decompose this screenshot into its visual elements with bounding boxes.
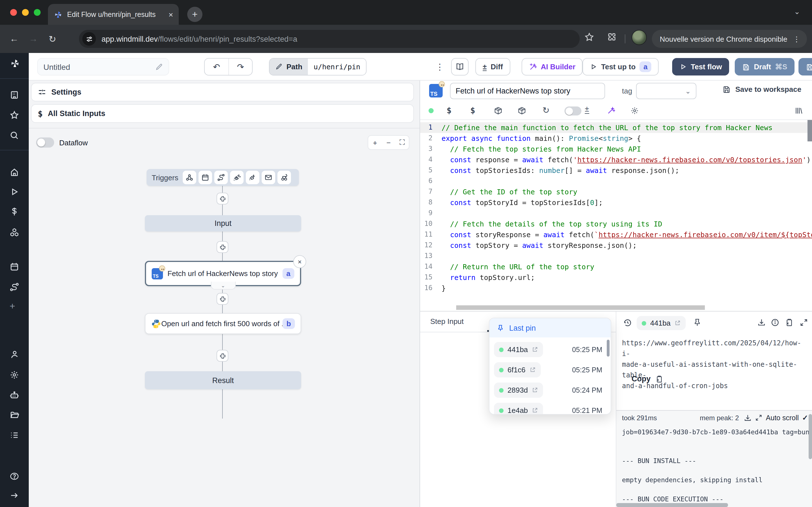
logs-horizontal-scrollbar[interactable]	[616, 503, 728, 507]
download-icon[interactable]	[744, 414, 752, 421]
code-line[interactable]: 13	[420, 251, 812, 262]
code-line[interactable]: 15 return topStory.url;	[420, 272, 812, 283]
input-node[interactable]: Input	[145, 215, 301, 231]
email-trigger-icon[interactable]	[262, 171, 275, 184]
code-line[interactable]: 6	[420, 176, 812, 186]
code-line[interactable]: 1// Define the main function to fetch th…	[420, 122, 812, 133]
route-trigger-icon[interactable]	[214, 171, 228, 184]
code-line[interactable]: 4 const response = await fetch('https://…	[420, 154, 812, 165]
zoom-out-button[interactable]: −	[382, 136, 395, 149]
ai-wand-icon[interactable]	[607, 107, 615, 115]
draft-button[interactable]: Draft ⌘S	[735, 58, 795, 75]
maximize-window-button[interactable]	[34, 9, 41, 16]
tab-step-input[interactable]: Step Input	[430, 317, 464, 326]
insert-step-button[interactable]	[216, 193, 229, 205]
favorites-star-icon[interactable]	[10, 110, 19, 120]
editor-settings-gear-icon[interactable]	[630, 107, 639, 115]
browser-tab[interactable]: Edit Flow u/henri/pin_results ×	[48, 4, 179, 25]
code-vertical-scrollbar[interactable]	[808, 120, 812, 142]
save-to-workspace-button[interactable]: Save to workspace	[722, 85, 801, 94]
remove-step-icon[interactable]: ×	[293, 255, 306, 268]
code-line[interactable]: 10 // Fetch the details of the top story…	[420, 219, 812, 229]
step-a-node[interactable]: TS Fetch url of HackerNews top story a ×…	[145, 261, 301, 286]
windmill-logo[interactable]	[10, 58, 20, 69]
workers-robot-icon[interactable]	[10, 390, 19, 400]
all-static-inputs-row[interactable]: $ All Static Inputs	[31, 104, 414, 123]
code-line[interactable]: 5 const topStoriesIds: number[] = await …	[420, 165, 812, 176]
external-link-icon[interactable]	[532, 407, 538, 413]
new-tab-button[interactable]: +	[187, 7, 202, 22]
expand-icon[interactable]	[800, 318, 808, 327]
code-line[interactable]: 2export async function main(): Promise<s…	[420, 133, 812, 144]
triggers-bar[interactable]: Triggers	[147, 169, 299, 186]
result-node[interactable]: Result	[145, 371, 301, 389]
edit-pencil-icon[interactable]	[155, 63, 163, 71]
pin-history-item[interactable]: 441ba05:25 PM	[494, 341, 606, 358]
fit-view-button[interactable]: ⛶	[395, 136, 409, 149]
variables-dollar-icon[interactable]	[10, 207, 19, 216]
ai-builder-button[interactable]: AI Builder	[522, 58, 583, 75]
external-link-icon[interactable]	[529, 367, 536, 373]
flow-name-field[interactable]: Untitled	[37, 58, 169, 75]
redo-button[interactable]: ↷	[229, 59, 252, 75]
clipboard-icon[interactable]	[785, 318, 794, 327]
folders-folder-icon[interactable]	[10, 410, 19, 420]
library-icon[interactable]	[795, 107, 803, 115]
step-b-node[interactable]: Open url and fetch first 500 words of ..…	[145, 313, 301, 334]
code-line[interactable]: 12 const topStory = await storyResponse.…	[420, 240, 812, 251]
test-flow-button[interactable]: Test flow	[672, 58, 729, 75]
runs-play-icon[interactable]	[10, 187, 19, 196]
logs-vertical-scrollbar[interactable]	[809, 414, 812, 459]
bookmark-star-icon[interactable]	[584, 32, 594, 42]
resources-dollar-icon[interactable]: $	[470, 106, 475, 115]
schedule-trigger-icon[interactable]	[199, 171, 212, 184]
mqtt-plug-trigger-icon[interactable]	[230, 171, 244, 184]
extensions-puzzle-icon[interactable]	[607, 32, 617, 42]
pin-icon[interactable]	[693, 318, 702, 327]
external-link-icon[interactable]	[532, 387, 538, 393]
dataflow-toggle[interactable]	[36, 137, 54, 148]
undo-button[interactable]: ↶	[205, 59, 229, 75]
url-bar[interactable]: app.windmill.dev/flows/edit/u/henri/pin_…	[79, 30, 580, 48]
users-person-icon[interactable]	[10, 350, 19, 359]
audit-logs-list-icon[interactable]	[10, 431, 19, 440]
code-line[interactable]: 11 const storyResponse = await fetch(`ht…	[420, 229, 812, 240]
test-up-to-button[interactable]: Test up to a	[582, 58, 659, 75]
run-badge[interactable]: 441ba	[637, 316, 686, 330]
home-icon[interactable]	[10, 167, 19, 177]
refresh-icon[interactable]: ↻	[543, 105, 550, 115]
code-horizontal-scrollbar[interactable]	[456, 305, 705, 310]
expand-step-chevron[interactable]: ⌄	[211, 282, 236, 290]
expand-sidebar-arrow-icon[interactable]	[10, 491, 19, 500]
diff-plus-minus-icon[interactable]: ±	[585, 105, 589, 114]
flow-canvas[interactable]: Dataflow + − ⛶ Triggers	[29, 128, 419, 507]
add-plus-icon[interactable]: +	[10, 301, 15, 312]
tab-search-chevron-icon[interactable]: ⌄	[794, 7, 800, 16]
code-line[interactable]: 9	[420, 208, 812, 219]
insert-step-button[interactable]	[216, 241, 229, 253]
settings-row[interactable]: Settings	[31, 83, 414, 101]
kafka-plug-bolt-trigger-icon[interactable]	[246, 171, 259, 184]
package-icon[interactable]	[518, 107, 526, 115]
path-group[interactable]: Path u/henri/pin	[269, 58, 366, 75]
external-link-icon[interactable]	[532, 346, 538, 353]
reload-icon[interactable]: ↻	[43, 34, 62, 44]
editor-toggle[interactable]	[564, 107, 581, 115]
code-line[interactable]: 8 const topStoryId = topStoriesIds[0];	[420, 197, 812, 208]
code-line[interactable]: 14 // Return the URL of the top story	[420, 262, 812, 272]
schedules-calendar-icon[interactable]	[10, 262, 19, 272]
back-icon[interactable]: ←	[4, 34, 24, 44]
poll-binoculars-trigger-icon[interactable]	[277, 171, 291, 184]
pin-history-item[interactable]: 6f1c605:25 PM	[494, 362, 606, 378]
pin-history-item[interactable]: 1e4ab05:21 PM	[494, 402, 606, 414]
webhook-trigger-icon[interactable]	[183, 171, 196, 184]
profile-avatar[interactable]	[631, 30, 647, 45]
code-editor[interactable]: 1// Define the main function to fetch th…	[420, 120, 812, 311]
insert-step-button[interactable]	[216, 293, 229, 305]
help-icon[interactable]	[10, 471, 19, 481]
chrome-menu-kebab-icon[interactable]: ⋮	[793, 35, 800, 43]
zoom-in-button[interactable]: +	[368, 136, 382, 149]
auto-scroll-control[interactable]: Auto scroll ✓	[742, 413, 808, 422]
result-url[interactable]: https://www.geoffreylitt.com/2025/04/12/…	[622, 338, 809, 392]
tag-select[interactable]: ⌄	[636, 83, 696, 99]
